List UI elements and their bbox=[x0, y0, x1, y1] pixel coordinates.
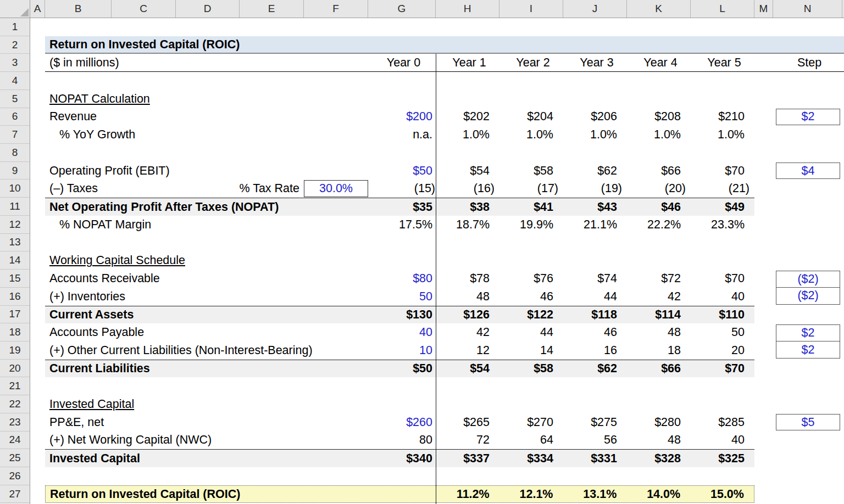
column-header-K[interactable]: K bbox=[627, 0, 691, 18]
row-label-cell-B6[interactable]: Revenue bbox=[45, 108, 368, 126]
year3-header[interactable]: Year 3 bbox=[565, 54, 629, 71]
row-label-cell-B19[interactable]: (+) Other Current Liabilities (Non-Inter… bbox=[45, 341, 368, 360]
cell-J10[interactable]: (19) bbox=[563, 180, 627, 198]
column-header-H[interactable]: H bbox=[436, 0, 499, 18]
cell-J23[interactable]: $275 bbox=[563, 413, 627, 432]
row-header-25[interactable]: 25 bbox=[0, 449, 30, 467]
cell-I5[interactable] bbox=[499, 90, 563, 108]
cell-K25[interactable]: $328 bbox=[627, 450, 691, 467]
cell-I14[interactable] bbox=[499, 251, 563, 270]
cell-L13[interactable] bbox=[691, 234, 754, 252]
cell-G6[interactable]: $200 bbox=[368, 108, 436, 126]
cell-J12[interactable]: 21.1% bbox=[563, 216, 627, 234]
row-header-21[interactable]: 21 bbox=[0, 377, 30, 395]
cell-H25[interactable]: $337 bbox=[436, 450, 499, 467]
cell-L15[interactable]: $70 bbox=[691, 270, 754, 288]
row-label-cell-B4[interactable] bbox=[45, 72, 368, 90]
row-header-20[interactable]: 20 bbox=[0, 360, 30, 378]
cell-I7[interactable]: 1.0% bbox=[499, 126, 563, 144]
cell-G4[interactable] bbox=[368, 72, 436, 90]
cell-L9[interactable]: $70 bbox=[691, 162, 754, 180]
row-header-11[interactable]: 11 bbox=[0, 198, 30, 216]
row-label-cell-B7[interactable]: % YoY Growth bbox=[45, 126, 368, 144]
cell-L18[interactable]: 50 bbox=[691, 323, 754, 341]
cell-H22[interactable] bbox=[436, 395, 499, 413]
cell-K8[interactable] bbox=[627, 144, 691, 162]
row-header-22[interactable]: 22 bbox=[0, 395, 30, 413]
year5-header[interactable]: Year 5 bbox=[692, 54, 756, 71]
step-input-18[interactable]: $2 bbox=[776, 324, 840, 341]
cell-L8[interactable] bbox=[691, 144, 754, 162]
row-label-cell-B16[interactable]: (+) Inventories bbox=[45, 288, 368, 306]
cell-K22[interactable] bbox=[627, 395, 691, 413]
step-input-19[interactable]: $2 bbox=[776, 341, 840, 359]
cell-H8[interactable] bbox=[436, 144, 499, 162]
row-header-13[interactable]: 13 bbox=[0, 234, 30, 252]
row-label-cell-B12[interactable]: % NOPAT Margin bbox=[45, 216, 368, 234]
year0-header[interactable]: Year 0 bbox=[370, 54, 437, 71]
row-label-cell-B17[interactable]: Current Assets bbox=[45, 306, 368, 324]
cell-I19[interactable]: 14 bbox=[499, 341, 563, 360]
cell-J15[interactable]: $74 bbox=[563, 270, 627, 288]
cell-J13[interactable] bbox=[563, 234, 627, 252]
cell-L25[interactable]: $325 bbox=[691, 450, 754, 467]
cell-G12[interactable]: 17.5% bbox=[368, 216, 436, 234]
cell-G27[interactable] bbox=[368, 486, 436, 503]
cell-H19[interactable]: 12 bbox=[436, 341, 499, 360]
cell-K13[interactable] bbox=[627, 234, 691, 252]
row-label-cell-B15[interactable]: Accounts Receivable bbox=[45, 270, 368, 288]
cell-G16[interactable]: 50 bbox=[368, 288, 436, 306]
step-input-16[interactable]: ($2) bbox=[776, 288, 840, 305]
row-label-cell-B9[interactable]: Operating Profit (EBIT) bbox=[45, 162, 368, 180]
cell-I9[interactable]: $58 bbox=[499, 162, 563, 180]
cell-I16[interactable]: 46 bbox=[499, 288, 563, 306]
row-label-cell-B20[interactable]: Current Liabilities bbox=[45, 360, 368, 378]
cell-I6[interactable]: $204 bbox=[499, 108, 563, 126]
cell-G26[interactable] bbox=[368, 467, 436, 485]
cell-G9[interactable]: $50 bbox=[368, 162, 436, 180]
cell-J9[interactable]: $62 bbox=[563, 162, 627, 180]
cell-I24[interactable]: 64 bbox=[499, 432, 563, 450]
cell-K18[interactable]: 48 bbox=[627, 323, 691, 341]
cell-K24[interactable]: 48 bbox=[627, 432, 691, 450]
row-label-cell-B26[interactable] bbox=[45, 467, 368, 485]
cell-H18[interactable]: 42 bbox=[436, 323, 499, 341]
cell-G7[interactable]: n.a. bbox=[368, 126, 436, 144]
row-label-cell-B5[interactable]: NOPAT Calculation bbox=[45, 90, 368, 108]
model-title-band[interactable]: Return on Invested Capital (ROIC) bbox=[45, 36, 844, 54]
row-header-15[interactable]: 15 bbox=[0, 270, 30, 288]
column-header-M[interactable]: M bbox=[754, 0, 773, 18]
cell-I13[interactable] bbox=[499, 234, 563, 252]
cell-G13[interactable] bbox=[368, 234, 436, 252]
units-label[interactable]: ($ in millions) bbox=[45, 54, 370, 71]
cell-H24[interactable]: 72 bbox=[436, 432, 499, 450]
cell-I21[interactable] bbox=[499, 377, 563, 395]
column-header-A[interactable]: A bbox=[30, 0, 45, 18]
cell-H6[interactable]: $202 bbox=[436, 108, 499, 126]
cell-I26[interactable] bbox=[499, 467, 563, 485]
step-input-9[interactable]: $4 bbox=[776, 163, 840, 179]
cell-H17[interactable]: $126 bbox=[436, 306, 499, 324]
row-label-cell-B27[interactable]: Return on Invested Capital (ROIC) bbox=[46, 486, 368, 503]
cell-J26[interactable] bbox=[563, 467, 627, 485]
cell-K6[interactable]: $208 bbox=[627, 108, 691, 126]
year2-header[interactable]: Year 2 bbox=[501, 54, 565, 71]
row-header-19[interactable]: 19 bbox=[0, 341, 30, 360]
cell-L16[interactable]: 40 bbox=[691, 288, 754, 306]
step-input-6[interactable]: $2 bbox=[776, 109, 840, 125]
cell-G15[interactable]: $80 bbox=[368, 270, 436, 288]
row-header-4[interactable]: 4 bbox=[0, 72, 30, 90]
row-header-14[interactable]: 14 bbox=[0, 251, 30, 270]
cell-G20[interactable]: $50 bbox=[368, 360, 436, 378]
column-header-L[interactable]: L bbox=[691, 0, 754, 18]
cell-K14[interactable] bbox=[627, 251, 691, 270]
row-header-27[interactable]: 27 bbox=[0, 485, 30, 503]
year1-header[interactable]: Year 1 bbox=[437, 54, 501, 71]
cell-K19[interactable]: 18 bbox=[627, 341, 691, 360]
cell-G21[interactable] bbox=[368, 377, 436, 395]
cell-H5[interactable] bbox=[436, 90, 499, 108]
step-header[interactable]: Step bbox=[775, 54, 844, 71]
column-header-F[interactable]: F bbox=[304, 0, 368, 18]
row-header-7[interactable]: 7 bbox=[0, 126, 30, 144]
cell-G22[interactable] bbox=[368, 395, 436, 413]
